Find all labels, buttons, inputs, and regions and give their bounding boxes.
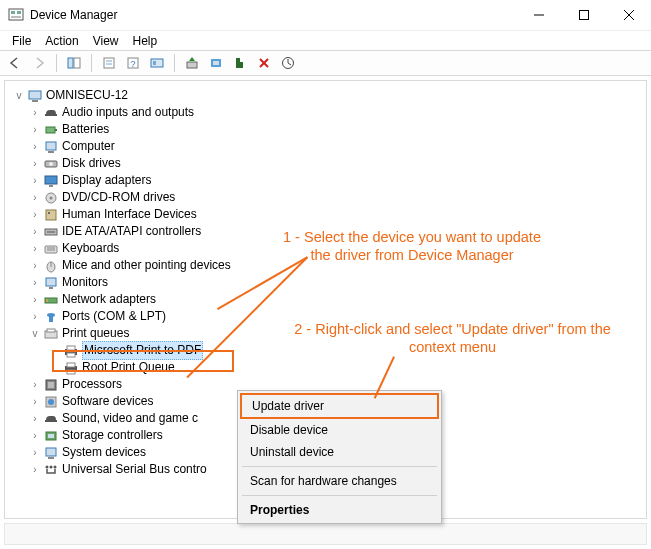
menu-file[interactable]: File [6, 32, 37, 50]
tree-category[interactable]: ›Monitors [9, 274, 642, 291]
title-bar: Device Manager [0, 0, 651, 30]
category-icon [43, 309, 59, 325]
category-icon [43, 173, 59, 189]
menu-help[interactable]: Help [127, 32, 164, 50]
category-icon [43, 105, 59, 121]
ctx-update-driver[interactable]: Update driver [240, 393, 439, 419]
svg-rect-3 [11, 16, 21, 18]
tree-category-label: Computer [62, 138, 115, 155]
scan-button[interactable] [205, 52, 227, 74]
show-hide-tree-button[interactable] [63, 52, 85, 74]
tree-root[interactable]: vOMNISECU-12 [9, 87, 642, 104]
ctx-scan-hw[interactable]: Scan for hardware changes [240, 470, 439, 492]
category-icon [43, 292, 59, 308]
svg-rect-55 [67, 346, 75, 350]
tree-category-label: Audio inputs and outputs [62, 104, 194, 121]
svg-rect-29 [55, 129, 57, 131]
tree-category-label: Sound, video and game c [62, 410, 198, 427]
svg-rect-48 [49, 287, 53, 289]
svg-rect-61 [48, 382, 54, 388]
tree-category[interactable]: ›Audio inputs and outputs [9, 104, 642, 121]
refresh-button[interactable] [146, 52, 168, 74]
ctx-properties[interactable]: Properties [240, 499, 439, 521]
category-icon [43, 224, 59, 240]
svg-rect-39 [48, 212, 50, 214]
category-icon [43, 428, 59, 444]
menu-action[interactable]: Action [39, 32, 84, 50]
svg-rect-17 [187, 62, 197, 68]
toolbar: ? [0, 50, 651, 76]
forward-button[interactable] [28, 52, 50, 74]
tree-category-label: Network adapters [62, 291, 156, 308]
svg-rect-25 [29, 91, 41, 99]
svg-rect-8 [68, 58, 73, 68]
tree-category[interactable]: ›Human Interface Devices [9, 206, 642, 223]
svg-rect-16 [153, 61, 156, 65]
ctx-separator [242, 495, 437, 496]
svg-rect-9 [74, 58, 80, 68]
back-button[interactable] [4, 52, 26, 74]
tree-category-label: Keyboards [62, 240, 119, 257]
tree-category-label: Mice and other pointing devices [62, 257, 231, 274]
svg-rect-2 [17, 11, 21, 14]
svg-rect-35 [49, 185, 53, 187]
svg-rect-34 [45, 176, 57, 184]
category-icon [43, 445, 59, 461]
properties-button[interactable] [98, 52, 120, 74]
tree-category[interactable]: ›DVD/CD-ROM drives [9, 189, 642, 206]
tree-category-label: Universal Serial Bus contro [62, 461, 207, 478]
enable-button[interactable] [277, 52, 299, 74]
tree-category-label: Monitors [62, 274, 108, 291]
category-icon [43, 258, 59, 274]
tree-category-label: Ports (COM & LPT) [62, 308, 166, 325]
tree-category[interactable]: ›Display adapters [9, 172, 642, 189]
category-icon [43, 241, 59, 257]
ctx-separator [242, 466, 437, 467]
tree-category[interactable]: ›Batteries [9, 121, 642, 138]
menu-view[interactable]: View [87, 32, 125, 50]
category-icon [43, 377, 59, 393]
svg-rect-21 [240, 62, 243, 68]
svg-rect-47 [46, 278, 56, 286]
ctx-disable-device[interactable]: Disable device [240, 419, 439, 441]
maximize-button[interactable] [561, 0, 606, 30]
update-driver-button[interactable] [181, 52, 203, 74]
svg-rect-1 [11, 11, 15, 14]
svg-rect-66 [48, 434, 54, 438]
category-icon [43, 462, 59, 478]
tree-category-label: DVD/CD-ROM drives [62, 189, 175, 206]
svg-point-63 [48, 399, 54, 405]
category-icon [43, 207, 59, 223]
category-icon [43, 122, 59, 138]
disable-button[interactable] [253, 52, 275, 74]
tree-category-label: Storage controllers [62, 427, 163, 444]
close-button[interactable] [606, 0, 651, 30]
svg-rect-67 [46, 448, 56, 456]
ctx-uninstall-device[interactable]: Uninstall device [240, 441, 439, 463]
annotation-1: 1 - Select the device you want to update… [272, 228, 552, 264]
svg-rect-0 [9, 9, 23, 20]
svg-point-70 [50, 465, 53, 468]
svg-point-71 [54, 465, 57, 468]
svg-rect-15 [151, 59, 163, 67]
uninstall-button[interactable] [229, 52, 251, 74]
menu-bar: File Action View Help [0, 30, 651, 50]
tree-root-label: OMNISECU-12 [46, 87, 128, 104]
svg-rect-53 [47, 329, 55, 332]
svg-rect-50 [46, 299, 48, 302]
minimize-button[interactable] [516, 0, 561, 30]
svg-point-69 [46, 465, 49, 468]
tree-category-label: IDE ATA/ATAPI controllers [62, 223, 201, 240]
svg-rect-10 [104, 58, 114, 68]
tree-category[interactable]: ›Disk drives [9, 155, 642, 172]
category-icon [43, 190, 59, 206]
svg-rect-26 [32, 100, 38, 102]
svg-point-33 [49, 162, 53, 166]
svg-rect-31 [48, 151, 54, 153]
window-title: Device Manager [30, 8, 117, 22]
tree-category[interactable]: ›Computer [9, 138, 642, 155]
svg-rect-27 [45, 114, 57, 116]
tree-category[interactable]: ›Network adapters [9, 291, 642, 308]
tree-category-label: Batteries [62, 121, 109, 138]
help-button[interactable]: ? [122, 52, 144, 74]
